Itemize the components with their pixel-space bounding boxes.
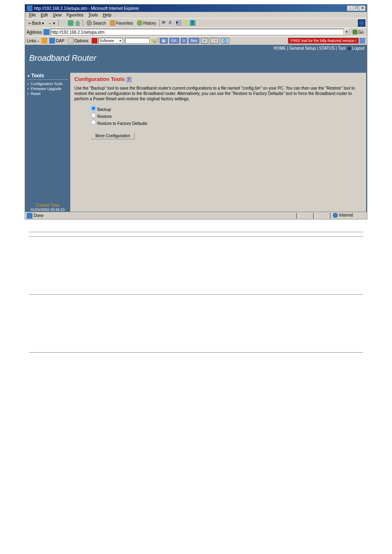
nav-home[interactable]: HOME xyxy=(274,46,286,51)
status-text: Done xyxy=(34,213,296,218)
minimize-button[interactable]: _ xyxy=(347,6,353,11)
edit-icon[interactable]: ▾ xyxy=(176,20,182,26)
brand-title: Broadband Router xyxy=(25,52,367,73)
menu-view[interactable]: View xyxy=(50,12,64,18)
browser-window: http://192.168.2.1/setupa.stm - Microsof… xyxy=(25,4,367,219)
close-button[interactable]: ✕ xyxy=(360,6,365,11)
radio-restore[interactable] xyxy=(91,113,96,118)
dap-search-input[interactable] xyxy=(125,38,150,44)
sidebar-title: Tools xyxy=(28,73,68,80)
back-button[interactable]: ⇦ Back ▾ xyxy=(27,21,45,26)
dap-check-icon[interactable]: ✔ xyxy=(201,38,208,44)
software-select[interactable]: Software▼ xyxy=(90,38,124,44)
history-button[interactable]: History xyxy=(136,20,157,26)
dap-music-icon[interactable]: ♪ ▾ xyxy=(210,38,219,44)
content-frame: Configuration Tools ? Use the "Backup" t… xyxy=(70,73,366,212)
links-label: Links » xyxy=(27,39,39,43)
options-button[interactable]: Options xyxy=(67,38,90,44)
dap-button[interactable]: DAP xyxy=(48,38,66,44)
window-titlebar: http://192.168.2.1/setupa.stm - Microsof… xyxy=(25,5,367,12)
page-icon xyxy=(44,29,49,35)
refresh-icon[interactable] xyxy=(68,20,74,26)
print-icon[interactable]: ⎙ xyxy=(169,20,175,26)
logout-icon xyxy=(348,47,351,50)
sidebar-item-configuration-tools[interactable]: Configuration Tools xyxy=(28,81,68,86)
current-time-value: 01/01/2002 00:36:23 xyxy=(28,208,68,212)
menu-file[interactable]: File xyxy=(27,12,38,18)
statusbar: Done Internet xyxy=(25,212,367,219)
go-button[interactable]: Go xyxy=(351,30,365,35)
ie-logo-icon xyxy=(358,19,365,27)
stop-icon[interactable] xyxy=(61,20,67,26)
more-configuration-button[interactable]: More Configuration xyxy=(91,132,135,139)
forward-button[interactable]: → ▾ xyxy=(46,21,56,26)
radio-factory-label: Restore to Factory Defaults xyxy=(97,121,148,126)
radio-restore-label: Restore xyxy=(97,114,112,119)
menubar: File Edit View Favorites Tools Help xyxy=(25,12,367,18)
dap-world-icon[interactable]: 🌐 xyxy=(221,38,229,44)
dap-count: 0 xyxy=(181,38,187,44)
status-page-icon xyxy=(27,213,32,219)
help-icon[interactable]: ? xyxy=(126,77,132,83)
footer-separator xyxy=(29,232,363,353)
nav-tool[interactable]: Tool xyxy=(338,46,345,51)
nav-status[interactable]: STATUS xyxy=(319,46,335,51)
radio-backup[interactable] xyxy=(91,106,96,111)
titlebar-text: http://192.168.2.1/setupa.stm - Microsof… xyxy=(34,6,347,11)
menu-edit[interactable]: Edit xyxy=(38,12,50,18)
discuss-icon[interactable] xyxy=(183,20,189,26)
home-icon[interactable] xyxy=(75,20,81,26)
search-button[interactable]: Search xyxy=(85,20,107,26)
sidebar: Tools Configuration Tools Firmware Upgra… xyxy=(25,73,70,212)
radio-backup-label: Backup xyxy=(97,107,111,112)
menu-help[interactable]: Help xyxy=(100,12,114,18)
dap-files: files xyxy=(189,38,199,44)
address-dropdown[interactable]: ▼ xyxy=(344,29,350,35)
ie-icon xyxy=(27,5,32,11)
radio-factory[interactable] xyxy=(91,120,96,125)
messenger-icon[interactable]: 👤 xyxy=(190,20,196,26)
dap-shield-icon[interactable] xyxy=(42,38,47,44)
linksbar: Links » DAP Options Software▼ 🔍 ▦ D/L 0 … xyxy=(25,36,367,45)
address-input[interactable] xyxy=(50,29,344,35)
dap-end-icon[interactable] xyxy=(360,38,365,44)
menu-tools[interactable]: Tools xyxy=(86,12,100,18)
content-title: Configuration Tools xyxy=(74,76,125,82)
search-icon[interactable]: 🔍 xyxy=(150,38,156,44)
menu-favorites[interactable]: Favorites xyxy=(64,12,86,18)
status-zone: Internet xyxy=(339,213,353,217)
page-content: HOME | General Setup | STATUS | Tool Log… xyxy=(25,45,367,212)
dap-trial-banner[interactable]: FREE trial for the fully-featured versio… xyxy=(288,38,359,44)
maximize-button[interactable]: ❐ xyxy=(353,6,359,11)
toolbar: ⇦ Back ▾ → ▾ Search Favorites History ✉ … xyxy=(25,18,367,28)
content-description: Use the "Backup" tool to save the Broadb… xyxy=(74,85,362,102)
dap-tile-icon[interactable]: ▦ xyxy=(160,38,168,44)
globe-icon xyxy=(333,213,338,218)
sidebar-item-firmware-upgrade[interactable]: Firmware Upgrade xyxy=(28,86,68,91)
current-time-label: Current Time xyxy=(28,203,68,208)
favorites-button[interactable]: Favorites xyxy=(108,20,134,26)
dap-dl-button[interactable]: D/L xyxy=(169,38,179,44)
addressbar: Address ▼ Go xyxy=(25,28,367,36)
router-topnav: HOME | General Setup | STATUS | Tool Log… xyxy=(25,45,367,52)
sidebar-item-reset[interactable]: Reset xyxy=(28,91,68,96)
nav-logout[interactable]: Logout xyxy=(352,46,364,51)
nav-general-setup[interactable]: General Setup xyxy=(289,46,316,51)
mail-icon[interactable]: ✉ xyxy=(162,20,168,26)
address-label: Address xyxy=(27,30,42,35)
